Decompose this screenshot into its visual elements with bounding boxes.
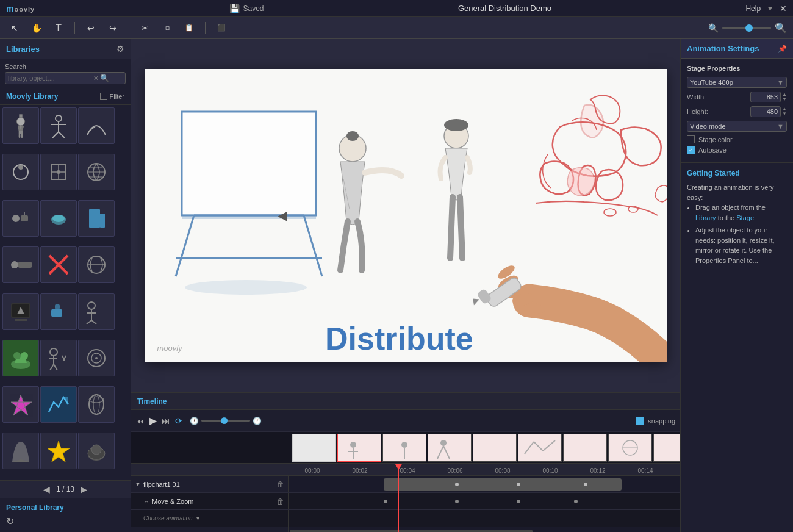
stage-link[interactable]: Stage (736, 214, 754, 221)
cut-button[interactable]: ✂ (137, 20, 154, 37)
library-item[interactable] (40, 246, 77, 283)
undo-button[interactable]: ↩ (82, 20, 99, 37)
hand-tool[interactable]: ✋ (28, 20, 45, 37)
track-bar[interactable] (290, 530, 533, 532)
library-item[interactable] (40, 340, 77, 376)
choose-animation-dropdown[interactable]: Choose animation (143, 515, 193, 522)
filter-area[interactable]: Filter (100, 93, 124, 100)
track-content[interactable] (289, 510, 680, 527)
search-icon[interactable]: 🔍 (100, 74, 109, 82)
refresh-icon[interactable]: ↻ (6, 516, 14, 527)
film-thumb[interactable] (428, 434, 472, 462)
width-spinners[interactable]: ▲ ▼ (782, 92, 787, 102)
track-keyframe[interactable] (384, 500, 387, 503)
film-thumb[interactable] (292, 434, 336, 462)
video-mode-dropdown[interactable]: Video mode ▼ (687, 121, 787, 132)
film-thumb[interactable] (337, 434, 381, 462)
search-clear-icon[interactable]: ✕ (93, 74, 99, 82)
preset-dropdown-arrow: ▼ (777, 79, 784, 86)
text-tool[interactable]: T (50, 20, 67, 37)
library-item[interactable] (2, 107, 39, 144)
track-keyframe[interactable] (455, 500, 459, 503)
height-input[interactable]: 480 (750, 106, 781, 117)
zoom-slider[interactable] (722, 27, 771, 29)
library-item[interactable] (40, 386, 77, 423)
track-delete-button[interactable]: 🗑 (277, 480, 284, 489)
zoom-out-icon[interactable]: 🔍 (708, 23, 719, 33)
preset-dropdown[interactable]: YouTube 480p ▼ (687, 77, 787, 88)
next-page-button[interactable]: ▶ (81, 484, 87, 494)
rewind-button[interactable]: ⏮ (136, 416, 145, 426)
help-button[interactable]: Help (745, 4, 761, 13)
track-keyframe[interactable] (517, 483, 520, 486)
library-item[interactable] (2, 293, 39, 330)
filter-checkbox[interactable] (100, 93, 107, 100)
library-item[interactable] (78, 340, 115, 376)
library-item[interactable] (40, 293, 77, 330)
track-delete-button[interactable]: 🗑 (277, 497, 284, 506)
close-button[interactable]: ✕ (780, 4, 787, 13)
library-item[interactable] (40, 107, 77, 144)
redo-button[interactable]: ↪ (104, 20, 121, 37)
fast-forward-button[interactable]: ⏭ (162, 416, 170, 426)
autosave-checkbox[interactable]: ✓ (687, 146, 695, 154)
stage[interactable]: Distribute (145, 69, 667, 362)
film-thumb[interactable] (563, 434, 607, 462)
film-thumb[interactable] (608, 434, 652, 462)
sidebar-settings-icon[interactable]: ⚙ (117, 44, 124, 54)
paste-button[interactable]: 📋 (181, 20, 198, 37)
library-item[interactable] (78, 246, 115, 283)
film-thumb[interactable] (518, 434, 562, 462)
library-item[interactable] (78, 386, 115, 423)
library-item[interactable] (40, 200, 77, 237)
library-item[interactable] (2, 246, 39, 283)
canvas-area: ◀ (131, 39, 680, 532)
width-down-arrow[interactable]: ▼ (782, 97, 787, 102)
ruler-mark: 00:04 (384, 467, 431, 474)
stage-left-arrow[interactable]: ◀ (278, 208, 287, 223)
library-item[interactable] (2, 433, 39, 469)
select-tool[interactable]: ↖ (6, 20, 23, 37)
library-item[interactable] (40, 433, 77, 469)
stage-color-checkbox[interactable] (687, 135, 695, 143)
height-label: Height: (687, 108, 708, 115)
panel-pin-icon[interactable]: 📌 (778, 45, 787, 53)
height-spinners[interactable]: ▲ ▼ (782, 107, 787, 117)
film-thumb[interactable] (473, 434, 517, 462)
library-item[interactable] (2, 154, 39, 190)
library-item[interactable] (78, 154, 115, 190)
loop-button[interactable]: ⟳ (175, 416, 182, 426)
library-item[interactable] (78, 107, 115, 144)
toolbar-divider-2 (129, 22, 129, 34)
snapping-controls: snapping (636, 417, 675, 425)
copy-button[interactable]: ⧉ (159, 20, 176, 37)
track-content[interactable] (289, 476, 680, 492)
film-thumb[interactable] (382, 434, 426, 462)
svg-point-75 (185, 280, 307, 295)
track-keyframe[interactable] (455, 483, 459, 486)
library-link[interactable]: Library (695, 214, 716, 221)
track-toggle[interactable]: ▼ (135, 481, 141, 487)
zoom-in-icon[interactable]: 🔍 (775, 22, 787, 34)
library-item[interactable] (78, 293, 115, 330)
library-item[interactable] (2, 200, 39, 237)
play-button[interactable]: ▶ (149, 415, 157, 426)
prev-page-button[interactable]: ◀ (43, 484, 50, 494)
height-down-arrow[interactable]: ▼ (782, 112, 787, 117)
library-item[interactable] (78, 433, 115, 469)
library-item[interactable] (2, 340, 39, 376)
width-input[interactable]: 853 (750, 92, 781, 102)
search-input[interactable] (8, 74, 93, 82)
speed-slider[interactable] (201, 420, 250, 422)
track-keyframe[interactable] (574, 500, 578, 503)
export-button[interactable]: ⬛ (213, 20, 230, 37)
snapping-checkbox[interactable] (636, 417, 644, 425)
library-item[interactable] (2, 386, 39, 423)
track-keyframe[interactable] (517, 500, 520, 503)
library-item[interactable] (40, 154, 77, 190)
track-content[interactable] (289, 493, 680, 509)
film-thumb[interactable] (653, 434, 680, 462)
track-keyframe[interactable] (584, 483, 587, 486)
library-item[interactable] (78, 200, 115, 237)
track-content[interactable] (289, 527, 680, 532)
